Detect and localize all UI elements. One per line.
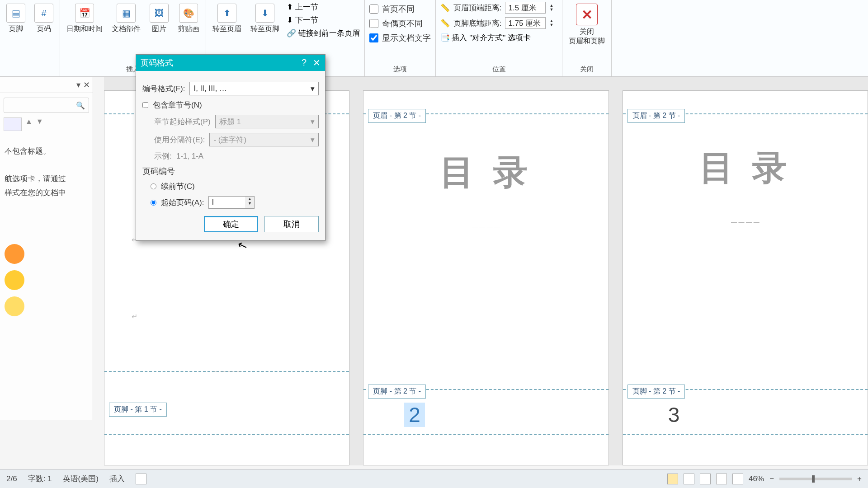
status-wordcount[interactable]: 字数: 1 bbox=[28, 474, 52, 484]
numbering-header: 页码编号 bbox=[142, 166, 319, 177]
datetime-label: 日期和时间 bbox=[66, 24, 103, 34]
goto-footer-icon: ⬇ bbox=[255, 4, 274, 23]
close-icon: ✕ bbox=[576, 4, 598, 25]
status-mode[interactable]: 插入 bbox=[109, 474, 125, 484]
faint-line: — — — — bbox=[623, 219, 868, 225]
dialog-titlebar[interactable]: 页码格式 ? ✕ bbox=[136, 55, 325, 71]
badge-icon bbox=[5, 296, 24, 316]
view-draft-icon[interactable] bbox=[732, 474, 743, 484]
clipart-icon: 🎨 bbox=[179, 4, 198, 23]
continue-prev-radio[interactable]: 续前节(C) bbox=[151, 181, 319, 192]
diff-odd-even-checkbox[interactable]: 奇偶页不同 bbox=[369, 16, 431, 31]
goto-header-button[interactable]: ⬆转至页眉 bbox=[211, 2, 243, 38]
group-label: 关闭 bbox=[580, 61, 594, 76]
quickparts-label: 文档部件 bbox=[112, 24, 141, 34]
nav-dropdown-icon[interactable]: ▾ bbox=[76, 80, 80, 90]
separator-select: - (连字符)▾ bbox=[209, 133, 319, 146]
status-bar: 2/6 字数: 1 英语(美国) 插入 46% − + bbox=[0, 469, 868, 488]
nav-tab-headings[interactable] bbox=[4, 117, 22, 131]
clipart-label: 剪贴画 bbox=[178, 24, 199, 34]
footer-icon: ▤ bbox=[6, 4, 25, 23]
picture-label: 图片 bbox=[152, 24, 166, 34]
ribbon-group-position: 📏 页眉顶端距离:1.5 厘米▲▼ 📏 页脚底端距离:1.75 厘米▲▼ 📑 插… bbox=[436, 0, 563, 76]
page-number-icon: # bbox=[34, 4, 53, 23]
page-number: 2 bbox=[404, 403, 425, 427]
nav-close-icon[interactable]: ✕ bbox=[83, 80, 90, 90]
footer-button[interactable]: ▤页脚 bbox=[5, 2, 27, 36]
page-number-format-dialog: 页码格式 ? ✕ 编号格式(F): I, II, III, … ▾ 包含章节号(… bbox=[136, 54, 326, 241]
status-page[interactable]: 2/6 bbox=[6, 474, 17, 483]
cancel-button[interactable]: 取消 bbox=[264, 216, 319, 232]
search-icon: 🔍 bbox=[76, 101, 85, 110]
nav-tab-next-icon[interactable]: ▼ bbox=[36, 117, 43, 131]
footer-distance-spinner[interactable]: 📏 页脚底端距离:1.75 厘米▲▼ bbox=[440, 17, 558, 29]
chevron-down-icon: ▾ bbox=[311, 84, 315, 94]
prev-section-button[interactable]: ⬆ 上一节 bbox=[287, 2, 360, 12]
calendar-icon: 📅 bbox=[75, 4, 94, 23]
footer-label: 页脚 - 第 1 节 - bbox=[109, 403, 167, 417]
faint-line: — — — — bbox=[363, 223, 608, 230]
chapter-style-label: 章节起始样式(P) bbox=[154, 117, 211, 127]
toc-heading: 目 录 bbox=[623, 145, 868, 192]
ribbon-group-options: 首页不同 奇偶页不同 显示文档文字 选项 bbox=[365, 0, 436, 76]
page-number-button[interactable]: #页码 bbox=[33, 2, 55, 36]
badge-icon bbox=[5, 244, 24, 264]
footer-label: 页脚 - 第 2 节 - bbox=[368, 385, 426, 399]
nav-message: 不包含标题。 航选项卡，请通过 样式在您的文档中 bbox=[0, 131, 93, 213]
page-3[interactable]: 页眉 - 第 2 节 - 目 录 — — — — 页脚 - 第 2 节 - 3 bbox=[623, 90, 868, 465]
view-print-icon[interactable] bbox=[667, 474, 678, 484]
footer-label: 页脚 bbox=[9, 24, 23, 34]
clipart-button[interactable]: 🎨剪贴画 bbox=[176, 2, 201, 36]
header-label: 页眉 - 第 2 节 - bbox=[627, 109, 685, 123]
view-read-icon[interactable] bbox=[684, 474, 694, 484]
status-icon[interactable] bbox=[136, 474, 146, 484]
picture-button[interactable]: 🖼图片 bbox=[148, 2, 170, 36]
dialog-title: 页码格式 bbox=[141, 57, 173, 68]
view-outline-icon[interactable] bbox=[716, 474, 727, 484]
datetime-button[interactable]: 📅日期和时间 bbox=[65, 2, 104, 36]
ribbon-group-close: ✕ 关闭 页眉和页脚 关闭 bbox=[562, 0, 612, 76]
ribbon-group-headerfooter: ▤页脚 #页码 bbox=[0, 0, 60, 76]
status-zoom[interactable]: 46% bbox=[749, 474, 764, 483]
page-2[interactable]: 页眉 - 第 2 节 - 目 录 — — — — 页脚 - 第 2 节 - 2 bbox=[363, 90, 609, 465]
goto-footer-label: 转至页脚 bbox=[250, 24, 279, 34]
link-previous-button[interactable]: 🔗 链接到前一条页眉 bbox=[287, 28, 360, 38]
goto-footer-button[interactable]: ⬇转至页脚 bbox=[249, 2, 281, 38]
status-language[interactable]: 英语(美国) bbox=[63, 474, 99, 484]
zoom-slider[interactable] bbox=[779, 478, 852, 480]
nav-search-input[interactable]: 🔍 bbox=[4, 98, 89, 113]
start-at-spinner[interactable]: I ▲▼ bbox=[208, 196, 255, 209]
separator-label: 使用分隔符(E): bbox=[154, 135, 205, 145]
goto-header-label: 转至页眉 bbox=[212, 24, 241, 34]
number-format-label: 编号格式(F): bbox=[142, 84, 185, 94]
ok-button[interactable]: 确定 bbox=[204, 216, 258, 232]
diff-first-page-checkbox[interactable]: 首页不同 bbox=[369, 2, 431, 16]
next-section-button[interactable]: ⬇ 下一节 bbox=[287, 15, 360, 25]
chapter-style-select: 标题 1▾ bbox=[215, 115, 319, 128]
view-web-icon[interactable] bbox=[700, 474, 711, 484]
header-label: 页眉 - 第 2 节 - bbox=[368, 109, 426, 123]
zoom-in-icon[interactable]: + bbox=[857, 474, 862, 483]
header-distance-spinner[interactable]: 📏 页眉顶端距离:1.5 厘米▲▼ bbox=[440, 2, 558, 14]
dialog-close-icon[interactable]: ✕ bbox=[313, 57, 321, 68]
group-label: 选项 bbox=[393, 61, 407, 76]
toc-heading: 目 录 bbox=[363, 150, 608, 196]
page-number: 3 bbox=[664, 403, 684, 427]
quickparts-button[interactable]: ▦文档部件 bbox=[110, 2, 142, 36]
goto-header-icon: ⬆ bbox=[217, 4, 236, 23]
example-value: 1-1, 1-A bbox=[176, 152, 203, 161]
number-format-select[interactable]: I, II, III, … ▾ bbox=[189, 82, 319, 95]
nav-tab-prev-icon[interactable]: ▲ bbox=[25, 117, 33, 131]
dialog-help-icon[interactable]: ? bbox=[302, 57, 307, 68]
ribbon: ▤页脚 #页码 📅日期和时间 ▦文档部件 🖼图片 🎨剪贴画 插入 ⬆转至页眉 ⬇… bbox=[0, 0, 868, 77]
include-chapter-checkbox[interactable]: 包含章节号(N) bbox=[142, 100, 319, 110]
zoom-out-icon[interactable]: − bbox=[769, 474, 774, 483]
insert-align-tab-button[interactable]: 📑 插入 "对齐方式" 选项卡 bbox=[440, 33, 558, 43]
start-at-radio[interactable]: 起始页码(A): I ▲▼ bbox=[151, 196, 319, 209]
footer-label: 页脚 - 第 2 节 - bbox=[627, 385, 685, 399]
show-doc-text-checkbox[interactable]: 显示文档文字 bbox=[369, 31, 431, 45]
badge-icon bbox=[5, 270, 24, 290]
close-hf-button[interactable]: ✕ 关闭 页眉和页脚 bbox=[567, 2, 607, 48]
group-label: 位置 bbox=[492, 61, 506, 76]
close-hf-label: 关闭 页眉和页脚 bbox=[569, 27, 605, 46]
